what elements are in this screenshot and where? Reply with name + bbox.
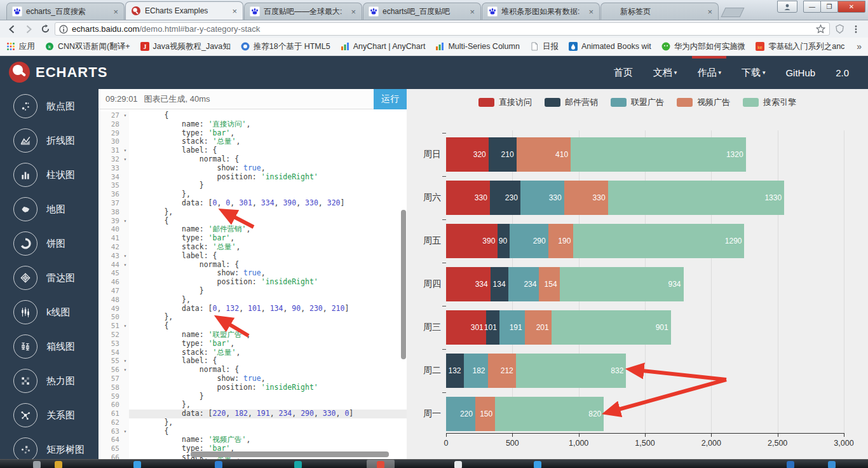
tab-close-icon[interactable]: ×: [230, 6, 239, 16]
bookmark-item[interactable]: 推荐18个基于 HTML5: [241, 41, 330, 52]
code-line[interactable]: 54 stack: '总量',: [98, 348, 407, 357]
bar-segment-直接访问[interactable]: 330: [446, 181, 490, 215]
code-line[interactable]: 43 ▾ label: {: [98, 252, 407, 261]
minimize-button[interactable]: —: [803, 1, 821, 13]
code-line[interactable]: 41 type: 'bar',: [98, 234, 407, 243]
sidebar-item-boxplot[interactable]: 箱线图: [0, 329, 98, 364]
browser-tab[interactable]: echarts吧_百度贴吧 ×: [363, 3, 481, 20]
code-line[interactable]: 56 ▾ normal: {: [98, 366, 407, 375]
browser-tab[interactable]: ECharts Examples ×: [125, 1, 243, 20]
site-nav-item[interactable]: GitHub: [775, 56, 825, 89]
back-icon[interactable]: [5, 22, 19, 36]
bar-segment-搜索引擎[interactable]: 901: [552, 310, 671, 345]
code-line[interactable]: 45 show: true,: [98, 269, 407, 278]
code-line[interactable]: 35 }: [98, 181, 407, 190]
bar-segment-邮件营销[interactable]: 230: [490, 181, 520, 215]
code-line[interactable]: 32 ▾ normal: {: [98, 155, 407, 164]
code-line[interactable]: 57 show: true,: [98, 375, 407, 383]
extension-badge-icon[interactable]: [832, 22, 846, 36]
fold-arrow-icon[interactable]: ▾: [121, 357, 129, 366]
code-area[interactable]: 27 ▾ {28 name: '直接访问',29 type: 'bar',30 …: [98, 109, 407, 459]
bar-segment-搜索引擎[interactable]: 1320: [571, 137, 745, 172]
bookmark-item[interactable]: 日报: [530, 41, 559, 52]
taskbar-app-icon[interactable]: [828, 461, 836, 468]
legend-item[interactable]: 联盟广告: [611, 97, 664, 108]
bar-segment-视频广告[interactable]: 150: [475, 397, 495, 431]
code-line[interactable]: 63 ▾ {: [98, 427, 407, 436]
code-line[interactable]: 62 },: [98, 418, 407, 427]
bookmark-item[interactable]: JJava视频教程_Java知: [140, 41, 231, 52]
code-line[interactable]: 31 ▾ label: {: [98, 146, 407, 155]
code-line[interactable]: 46 position: 'insideRight': [98, 278, 407, 287]
sidebar-item-bar[interactable]: 柱状图: [0, 158, 98, 192]
fold-arrow-icon[interactable]: ▾: [121, 322, 129, 331]
code-line[interactable]: 51 ▾ {: [98, 322, 407, 331]
taskbar-app-icon[interactable]: [294, 461, 302, 468]
taskbar-app-icon[interactable]: [454, 461, 462, 468]
bar-segment-邮件营销[interactable]: 101: [486, 310, 499, 345]
code-line[interactable]: 30 stack: '总量',: [98, 137, 407, 146]
tab-close-icon[interactable]: ×: [468, 7, 477, 17]
legend-item[interactable]: 搜索引擎: [743, 97, 796, 108]
fold-arrow-icon[interactable]: ▾: [121, 155, 129, 164]
taskbar-app-icon[interactable]: [377, 461, 384, 468]
bar-segment-邮件营销[interactable]: 90: [498, 224, 510, 258]
code-line[interactable]: 39 ▾ {: [98, 217, 407, 226]
close-button[interactable]: ✕: [837, 1, 865, 13]
site-nav-item[interactable]: 下载▾: [731, 56, 776, 89]
bar-segment-视频广告[interactable]: 190: [548, 224, 574, 258]
tab-close-icon[interactable]: ×: [705, 7, 714, 17]
bar-segment-直接访问[interactable]: 301: [446, 310, 486, 345]
code-line[interactable]: 50 },: [98, 313, 407, 322]
bookmark-item[interactable]: Animated Books wit: [569, 42, 651, 52]
bar-segment-视频广告[interactable]: 212: [488, 354, 516, 388]
taskbar-app-icon[interactable]: [787, 461, 794, 468]
site-nav-item[interactable]: 作品▾: [687, 56, 731, 89]
fold-arrow-icon[interactable]: ▾: [121, 111, 129, 120]
run-button[interactable]: 运行: [374, 89, 407, 109]
profile-icon[interactable]: [777, 1, 797, 13]
browser-tab[interactable]: echarts_百度搜索 ×: [6, 3, 125, 20]
tab-close-icon[interactable]: ×: [587, 7, 595, 17]
bookmark-item[interactable]: ke零基础入门系列之anc: [756, 41, 844, 52]
sidebar-item-treemap[interactable]: 矩形树图: [0, 432, 98, 459]
code-line[interactable]: 36 },: [98, 190, 407, 199]
fold-arrow-icon[interactable]: ▾: [121, 261, 129, 270]
site-nav-item[interactable]: 文档▾: [643, 56, 688, 89]
code-line[interactable]: 27 ▾ {: [98, 111, 407, 120]
bar-segment-搜索引擎[interactable]: 934: [560, 267, 684, 301]
bar-segment-邮件营销[interactable]: 210: [489, 137, 517, 172]
bookmarks-overflow-chevron-icon[interactable]: »: [857, 41, 862, 52]
fold-arrow-icon[interactable]: ▾: [121, 427, 129, 436]
bar-segment-视频广告[interactable]: 410: [517, 137, 571, 172]
code-line[interactable]: 53 type: 'bar',: [98, 340, 407, 348]
code-line[interactable]: 44 ▾ normal: {: [98, 261, 407, 270]
fold-arrow-icon[interactable]: ▾: [121, 146, 129, 155]
bar-segment-联盟广告[interactable]: 290: [510, 224, 548, 258]
browser-tab[interactable]: 百度贴吧——全球最大: ×: [244, 3, 362, 20]
taskbar-app-icon[interactable]: [534, 461, 541, 468]
code-line[interactable]: 38 },: [98, 208, 407, 217]
bar-segment-直接访问[interactable]: 390: [446, 224, 498, 258]
windows-taskbar[interactable]: [0, 459, 868, 468]
taskbar-app-icon[interactable]: [55, 461, 62, 468]
bookmark-item[interactable]: 应用: [6, 41, 35, 52]
new-tab-button[interactable]: [721, 8, 745, 17]
code-line[interactable]: 34 position: 'insideRight': [98, 173, 407, 182]
code-line[interactable]: 64 name: '视频广告',: [98, 436, 407, 444]
bar-segment-联盟广告[interactable]: 191: [499, 310, 525, 345]
bar-segment-视频广告[interactable]: 154: [539, 267, 559, 301]
bar-segment-联盟广告[interactable]: 182: [464, 354, 488, 388]
code-line[interactable]: 42 stack: '总量',: [98, 243, 407, 252]
code-line[interactable]: 61 data: [220, 182, 191, 234, 290, 330, …: [98, 410, 407, 418]
address-bar[interactable]: echarts.baidu.com/demo.html#bar-y-catego…: [55, 22, 830, 36]
bar-segment-直接访问[interactable]: 320: [446, 137, 489, 172]
bar-segment-直接访问[interactable]: 334: [446, 267, 491, 301]
bar-segment-邮件营销[interactable]: 132: [446, 354, 464, 388]
taskbar-app-icon[interactable]: [133, 461, 141, 468]
bar-segment-联盟广告[interactable]: 330: [520, 181, 564, 215]
code-line[interactable]: 28 name: '直接访问',: [98, 120, 407, 129]
code-line[interactable]: 37 data: [0, 0, 301, 334, 390, 330, 320]: [98, 199, 407, 208]
sidebar-item-graph[interactable]: 关系图: [0, 398, 98, 432]
page-info-icon[interactable]: [59, 25, 68, 34]
